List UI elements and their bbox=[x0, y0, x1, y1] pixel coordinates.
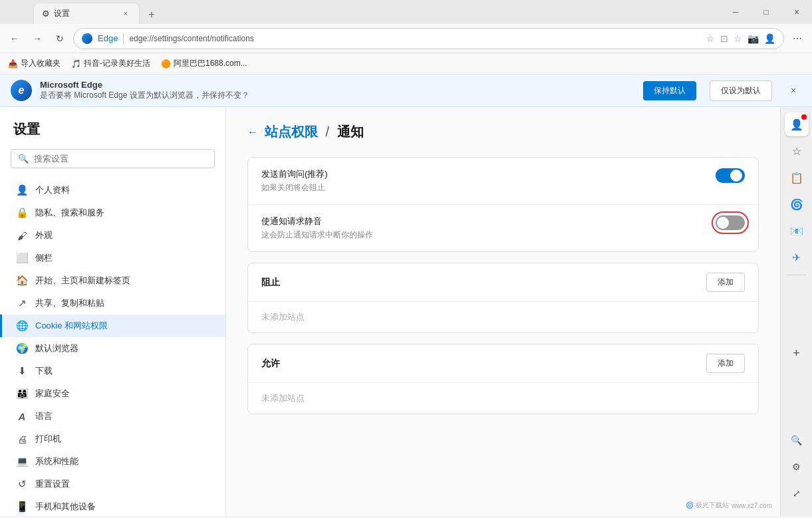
close-window-button[interactable]: × bbox=[781, 0, 812, 24]
ask-before-sending-toggle[interactable] bbox=[716, 168, 745, 183]
refresh-button[interactable]: ↻ bbox=[51, 29, 69, 48]
sidebar-item-printing[interactable]: 🖨 打印机 bbox=[0, 428, 225, 450]
right-search-icon: 🔍 bbox=[791, 435, 802, 446]
refresh-icon: ↻ bbox=[56, 33, 64, 44]
address-brand: Edge bbox=[98, 33, 118, 43]
user-icon[interactable]: 👤 bbox=[764, 33, 775, 44]
new-tab-button[interactable]: + bbox=[142, 5, 161, 24]
sidebar-item-appearance[interactable]: 🖌 外观 bbox=[0, 224, 225, 247]
mute-notifications-desc: 这会防止通知请求中断你的操作 bbox=[261, 229, 716, 241]
appearance-icon: 🖌 bbox=[15, 230, 29, 241]
menu-button[interactable]: ⋯ bbox=[788, 29, 807, 48]
block-add-button[interactable]: 添加 bbox=[706, 273, 745, 292]
right-icon-settings[interactable]: ⚙ bbox=[785, 455, 809, 479]
sidebar-item-sidebar[interactable]: ⬜ 侧栏 bbox=[0, 247, 225, 269]
sidebar-search-container[interactable]: 🔍 bbox=[11, 149, 215, 168]
right-share-icon: ✈ bbox=[792, 251, 801, 264]
main-area: 设置 🔍 👤 个人资料 🔒 隐私、搜索和服务 🖌 外观 ⬜ 侧栏 🏠 开始、主页… bbox=[0, 107, 812, 516]
page-subtitle: 通知 bbox=[337, 124, 364, 139]
bookmark-alibaba[interactable]: 🟠 阿里巴巴1688.com... bbox=[161, 58, 247, 69]
settings-sidebar: 设置 🔍 👤 个人资料 🔒 隐私、搜索和服务 🖌 外观 ⬜ 侧栏 🏠 开始、主页… bbox=[0, 107, 226, 516]
sidebar-item-printing-label: 打印机 bbox=[35, 433, 61, 445]
printing-icon: 🖨 bbox=[15, 434, 29, 445]
sidebar-item-start[interactable]: 🏠 开始、主页和新建标签页 bbox=[0, 269, 225, 292]
sidebar-item-reset[interactable]: ↺ 重置设置 bbox=[0, 473, 225, 495]
address-url: edge://settings/content/notifications bbox=[129, 34, 253, 43]
mute-notifications-control bbox=[716, 215, 745, 230]
mute-notifications-toggle[interactable] bbox=[716, 215, 745, 230]
right-icon-profile[interactable]: 👤 bbox=[785, 112, 809, 136]
allow-empty-text: 未添加站点 bbox=[248, 383, 758, 414]
block-section-header: 阻止 添加 bbox=[248, 263, 758, 302]
edge-banner-logo: e bbox=[11, 80, 32, 101]
sidebar-item-profile[interactable]: 👤 个人资料 bbox=[0, 179, 225, 201]
browser-essentials-icon[interactable]: ☆ bbox=[734, 33, 742, 44]
sidebar-item-default-browser[interactable]: 🌍 默认浏览器 bbox=[0, 337, 225, 360]
content-area: ← 站点权限 / 通知 发送前询问(推荐) 如果关闭将会阻止 bbox=[226, 107, 780, 516]
bookmark-alibaba-label: 阿里巴巴1688.com... bbox=[174, 58, 247, 69]
family-icon: 👨‍👩‍👧 bbox=[15, 388, 29, 400]
sidebar-item-system[interactable]: 💻 系统和性能 bbox=[0, 450, 225, 473]
sidebar-item-family[interactable]: 👨‍👩‍👧 家庭安全 bbox=[0, 382, 225, 405]
set-default-button[interactable]: 仅设为默认 bbox=[710, 80, 772, 101]
privacy-icon: 🔒 bbox=[15, 207, 29, 219]
minimize-button[interactable]: ─ bbox=[720, 0, 751, 24]
default-browser-banner: e Microsoft Edge 是否要将 Microsoft Edge 设置为… bbox=[0, 74, 812, 107]
tab-close-button[interactable]: × bbox=[120, 9, 131, 19]
sidebar-item-mobile[interactable]: 📱 手机和其他设备 bbox=[0, 495, 225, 516]
sidebar-item-cookies[interactable]: 🌐 Cookie 和网站权限 bbox=[0, 315, 225, 337]
ask-before-sending-control bbox=[716, 168, 745, 183]
tab-title: 设置 bbox=[54, 8, 70, 19]
sidebar-item-family-label: 家庭安全 bbox=[35, 388, 70, 400]
right-icon-share[interactable]: ✈ bbox=[785, 245, 809, 269]
active-tab[interactable]: ⚙ 设置 × bbox=[33, 3, 140, 24]
right-icon-search[interactable]: 🔍 bbox=[785, 428, 809, 452]
bookmark-import[interactable]: 📥 导入收藏夹 bbox=[8, 58, 61, 69]
back-button[interactable]: ← bbox=[5, 29, 24, 48]
right-icon-favorites[interactable]: ☆ bbox=[785, 139, 809, 163]
toggle-thumb-on bbox=[730, 170, 742, 182]
ask-before-sending-info: 发送前询问(推荐) 如果关闭将会阻止 bbox=[261, 168, 716, 194]
forward-button[interactable]: → bbox=[28, 29, 47, 48]
right-profile-icon: 👤 bbox=[790, 118, 803, 131]
watermark-text: 🌀 极光下载站 bbox=[686, 501, 729, 510]
right-icon-outlook[interactable]: 📧 bbox=[785, 219, 809, 243]
reading-icon[interactable]: ⊡ bbox=[720, 33, 728, 44]
sidebar-item-default-browser-label: 默认浏览器 bbox=[35, 342, 78, 354]
breadcrumb-parent[interactable]: 站点权限 bbox=[265, 124, 318, 139]
sidebar-item-downloads-label: 下载 bbox=[35, 365, 53, 377]
banner-close-button[interactable]: × bbox=[785, 82, 801, 98]
sidebar-title: 设置 bbox=[0, 120, 225, 149]
sidebar-item-privacy[interactable]: 🔒 隐私、搜索和服务 bbox=[0, 201, 225, 224]
watermark: 🌀 极光下载站 www.xz7.com bbox=[686, 501, 772, 510]
maximize-button[interactable]: □ bbox=[751, 0, 781, 24]
bookmark-douyin-label: 抖音-记录美好生活 bbox=[84, 58, 150, 69]
right-icon-feedback[interactable]: ⤢ bbox=[785, 481, 809, 505]
bookmark-douyin[interactable]: 🎵 抖音-记录美好生活 bbox=[71, 58, 150, 69]
reset-icon: ↺ bbox=[15, 478, 29, 490]
right-icon-edge[interactable]: 🌀 bbox=[785, 192, 809, 216]
ask-before-sending-label: 发送前询问(推荐) bbox=[261, 168, 716, 180]
screenshot-icon[interactable]: 📷 bbox=[747, 33, 759, 44]
sidebar-item-language[interactable]: A 语言 bbox=[0, 405, 225, 428]
cookies-icon: 🌐 bbox=[15, 320, 29, 332]
profile-icon: 👤 bbox=[15, 184, 29, 196]
right-edge-icon: 🌀 bbox=[790, 198, 803, 211]
navigation-bar: ← → ↻ Edge edge://settings/content/notif… bbox=[0, 24, 812, 53]
address-bar[interactable]: Edge edge://settings/content/notificatio… bbox=[73, 28, 784, 49]
bookmarks-bar: 📥 导入收藏夹 🎵 抖音-记录美好生活 🟠 阿里巴巴1688.com... bbox=[0, 53, 812, 74]
right-icon-collections[interactable]: 📋 bbox=[785, 166, 809, 190]
sidebar-item-downloads[interactable]: ⬇ 下载 bbox=[0, 360, 225, 382]
right-icon-add[interactable]: + bbox=[785, 341, 809, 365]
banner-subtitle: 是否要将 Microsoft Edge 设置为默认浏览器，并保持不变？ bbox=[40, 90, 635, 101]
search-input[interactable] bbox=[34, 154, 207, 164]
back-icon: ← bbox=[10, 33, 19, 44]
favorite-icon[interactable]: ☆ bbox=[706, 33, 715, 44]
more-icon: ⋯ bbox=[793, 33, 802, 44]
right-sidebar-divider bbox=[787, 275, 806, 275]
breadcrumb-back-button[interactable]: ← bbox=[247, 126, 258, 138]
keep-default-button[interactable]: 保持默认 bbox=[643, 81, 696, 100]
allow-add-button[interactable]: 添加 bbox=[706, 354, 745, 373]
sidebar-item-share[interactable]: ↗ 共享、复制和粘贴 bbox=[0, 292, 225, 315]
block-empty-text: 未添加站点 bbox=[248, 302, 758, 332]
